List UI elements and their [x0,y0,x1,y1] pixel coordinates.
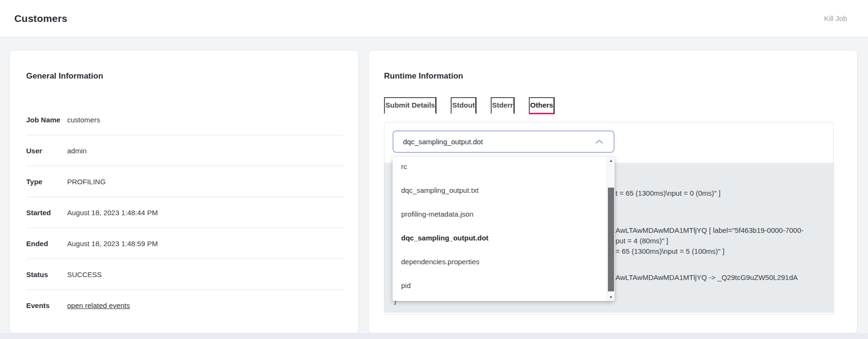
tab-others[interactable]: Others [529,97,555,114]
open-related-events-link[interactable]: open related events [67,301,130,309]
info-row-label: User [26,147,67,155]
dot-content-line: AwLTAwMDAwMDA1MTljYQ -> _Q29tcG9uZW50L29… [616,273,798,282]
info-row-job-name: Job Name customers [26,104,344,135]
general-information-rows: Job Name customers User admin Type PROFI… [26,104,344,321]
dot-content-line: t = 65 (1300ms)\nput = 0 (0ms)" ] [616,189,720,198]
dropdown-option-list: rc dqc_sampling_output.txt profiling-met… [393,157,615,297]
dropdown-scrollbar[interactable]: ▲ ▼ [606,157,615,301]
file-select[interactable]: dqc_sampling_output.dot [393,130,615,153]
runtime-tabs: Submit Details Stdout Stderr Others [384,97,555,114]
page-header: Customers Kill Job [0,0,868,37]
job-detail-page: Customers Kill Job General Information J… [0,0,868,339]
info-row-ended: Ended August 18, 2023 1:48:59 PM [26,228,344,259]
scroll-up-icon[interactable]: ▲ [607,157,615,164]
info-row-user: User admin [26,135,344,166]
tab-stdout[interactable]: Stdout [451,97,476,114]
others-tab-panel: t = 65 (1300ms)\nput = 0 (0ms)" ] AwLTAw… [384,122,834,315]
info-row-type: Type PROFILING [26,166,344,197]
dropdown-option-pid[interactable]: pid [393,273,615,297]
general-information-title: General Information [26,71,103,81]
dropdown-option-profiling-metadata-json[interactable]: profiling-metadata.json [393,202,615,226]
info-row-label: Events [26,301,67,309]
info-row-events: Events open related events [26,290,344,321]
general-information-card: General Information Job Name customers U… [10,50,359,333]
tab-stderr[interactable]: Stderr [491,97,515,114]
file-select-dropdown: rc dqc_sampling_output.txt profiling-met… [393,157,615,301]
dropdown-option-dependencies-properties[interactable]: dependencies.properties [393,249,615,273]
dropdown-option-rc[interactable]: rc [393,157,615,178]
dot-content-line: = 65 (1300ms)\nput = 5 (100ms)" ] [616,247,725,256]
info-row-started: Started August 18, 2023 1:48:44 PM [26,197,344,228]
chevron-up-icon [595,140,603,144]
scroll-down-icon[interactable]: ▼ [607,293,615,301]
info-row-value: customers [67,116,100,124]
info-row-label: Started [26,209,67,217]
info-row-status: Status SUCCESS [26,259,344,290]
page-bottom-strip [0,333,868,339]
kill-job-button[interactable]: Kill Job [824,14,847,22]
runtime-information-card: Runtime Information Submit Details Stdou… [368,50,858,333]
info-row-value: August 18, 2023 1:48:59 PM [67,239,158,248]
runtime-information-title: Runtime Information [384,71,463,81]
dot-content-line: put = 4 (80ms)" ] [616,237,668,245]
info-row-label: Job Name [26,116,67,124]
dropdown-option-dqc-sampling-output-txt[interactable]: dqc_sampling_output.txt [393,178,615,202]
info-row-value: admin [67,147,87,155]
tab-submit-details[interactable]: Submit Details [384,97,436,114]
info-row-label: Status [26,270,67,279]
info-row-label: Ended [26,239,67,248]
info-row-value: August 18, 2023 1:48:44 PM [67,209,158,217]
file-select-value: dqc_sampling_output.dot [403,138,483,146]
dot-content-line: AwLTAwMDAwMDA1MTljYQ [ label="5f463b19-0… [616,226,804,235]
info-row-label: Type [26,178,67,186]
dropdown-option-dqc-sampling-output-dot[interactable]: dqc_sampling_output.dot [393,226,615,249]
status-badge: SUCCESS [67,270,102,279]
info-row-value: PROFILING [67,178,106,186]
page-title: Customers [14,13,68,24]
scrollbar-thumb[interactable] [608,188,614,291]
